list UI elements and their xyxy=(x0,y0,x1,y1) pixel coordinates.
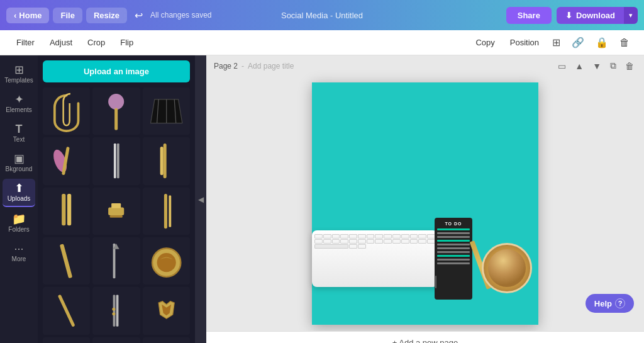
list-item[interactable] xyxy=(143,337,190,343)
list-item[interactable] xyxy=(143,237,190,284)
list-item[interactable] xyxy=(43,337,90,343)
list-item[interactable] xyxy=(143,188,190,235)
key xyxy=(392,239,401,244)
grid-icon-button[interactable]: ⊞ xyxy=(548,33,565,52)
add-page-bar: + Add a new page xyxy=(206,331,644,343)
list-item[interactable] xyxy=(143,87,190,135)
resize-button[interactable]: Resize xyxy=(86,8,127,23)
list-item[interactable] xyxy=(92,87,140,135)
uploads-image-grid xyxy=(43,87,190,343)
key xyxy=(332,234,340,239)
list-item[interactable] xyxy=(43,188,90,235)
adjust-button[interactable]: Adjust xyxy=(43,35,79,50)
upload-image-button[interactable]: Upload an image xyxy=(43,60,190,82)
todo-line xyxy=(437,251,470,253)
delete-icon-button[interactable]: 🗑 xyxy=(615,34,634,52)
todo-line xyxy=(437,259,470,261)
key xyxy=(384,234,392,239)
cursor-indicator xyxy=(435,276,436,288)
more-icon: ··· xyxy=(14,243,23,254)
coffee-latte xyxy=(488,249,526,287)
sidebar-label-text: Text xyxy=(13,136,25,143)
key xyxy=(323,239,331,244)
crop-button[interactable]: Crop xyxy=(81,35,111,50)
todo-line xyxy=(437,255,470,257)
svg-rect-9 xyxy=(67,194,71,225)
list-item[interactable] xyxy=(92,337,140,343)
bottom-area: + Add a new page 65% ⊞ ⛶ − + ↻ xyxy=(206,331,644,343)
share-button[interactable]: Share xyxy=(506,7,552,24)
key xyxy=(340,234,348,239)
download-group: ⬇ Download ▾ xyxy=(557,7,638,24)
svg-rect-13 xyxy=(164,194,167,228)
copy-button[interactable]: Copy xyxy=(469,35,501,50)
link-icon-button[interactable]: 🔗 xyxy=(567,33,589,52)
sidebar-item-text[interactable]: T Text xyxy=(3,120,35,147)
coffee-object xyxy=(482,243,532,293)
keyboard-object xyxy=(312,230,438,287)
sidebar-item-uploads[interactable]: ⬆ Uploads xyxy=(3,179,35,207)
key xyxy=(323,234,331,239)
flip-button[interactable]: Flip xyxy=(114,35,140,50)
text-icon: T xyxy=(16,123,23,135)
todo-title: TO DO xyxy=(437,222,470,226)
key xyxy=(367,234,375,239)
lock-icon-button[interactable]: 🔒 xyxy=(591,33,613,52)
list-item[interactable] xyxy=(43,87,90,135)
key xyxy=(401,239,409,244)
sidebar-item-templates[interactable]: ⊞ Templates xyxy=(3,60,35,87)
filter-button[interactable]: Filter xyxy=(10,35,41,50)
uploads-icon: ⬆ xyxy=(14,183,24,194)
list-item[interactable] xyxy=(43,237,90,284)
list-item[interactable] xyxy=(92,287,140,334)
key xyxy=(358,244,366,249)
sidebar: ⊞ Templates ✦ Elements T Text ▣ Bkground… xyxy=(0,55,38,343)
list-item[interactable] xyxy=(92,188,140,235)
page-down-button[interactable]: ▼ xyxy=(590,59,604,72)
download-dropdown-button[interactable]: ▾ xyxy=(624,7,638,24)
sidebar-label-background: Bkground xyxy=(6,166,33,172)
home-button[interactable]: ‹ Home xyxy=(6,8,49,23)
sidebar-label-folders: Folders xyxy=(8,226,29,233)
list-item[interactable] xyxy=(92,237,140,284)
svg-rect-5 xyxy=(117,143,119,178)
help-button[interactable]: Help ? xyxy=(586,294,634,313)
svg-rect-8 xyxy=(62,194,65,225)
sidebar-label-elements: Elements xyxy=(6,106,32,113)
todo-line xyxy=(437,262,470,264)
file-button[interactable]: File xyxy=(53,8,82,23)
nav-left: ‹ Home File Resize ↩ All changes saved xyxy=(6,7,211,24)
undo-button[interactable]: ↩ xyxy=(131,7,147,24)
key xyxy=(332,239,340,244)
todo-object: TO DO xyxy=(435,218,472,300)
collapse-panel-button[interactable]: ◀ xyxy=(195,55,206,343)
svg-rect-19 xyxy=(58,295,75,327)
sidebar-item-background[interactable]: ▣ Bkground xyxy=(3,149,35,176)
sidebar-item-more[interactable]: ··· More xyxy=(3,239,35,266)
sidebar-item-folders[interactable]: 📁 Folders xyxy=(3,210,35,237)
page-up-button[interactable]: ▲ xyxy=(572,59,586,72)
todo-line xyxy=(437,228,470,230)
page-copy-button[interactable]: ⧉ xyxy=(608,59,619,72)
page-frame-button[interactable]: ▭ xyxy=(555,59,569,72)
add-page-button[interactable]: + Add a new page xyxy=(312,335,538,343)
saved-status: All changes saved xyxy=(150,11,211,20)
todo-lines xyxy=(437,228,470,264)
page-delete-button[interactable]: 🗑 xyxy=(623,59,636,72)
nav-right: Share ⬇ Download ▾ xyxy=(506,7,638,24)
list-item[interactable] xyxy=(92,137,140,184)
position-button[interactable]: Position xyxy=(504,35,545,50)
keyboard-keys xyxy=(312,230,438,252)
canvas-page[interactable]: TO DO xyxy=(312,82,538,325)
sidebar-item-elements[interactable]: ✦ Elements xyxy=(3,90,35,117)
page-title: Social Media - Untitled xyxy=(281,11,363,20)
list-item[interactable] xyxy=(143,287,190,334)
key xyxy=(349,239,357,244)
top-navigation: ‹ Home File Resize ↩ All changes saved S… xyxy=(0,0,644,30)
svg-rect-7 xyxy=(160,147,163,175)
list-item[interactable] xyxy=(143,137,190,184)
list-item[interactable] xyxy=(43,137,90,184)
list-item[interactable] xyxy=(43,287,90,334)
page-title-placeholder[interactable]: Add page title xyxy=(248,62,294,70)
download-button[interactable]: ⬇ Download xyxy=(557,7,624,24)
